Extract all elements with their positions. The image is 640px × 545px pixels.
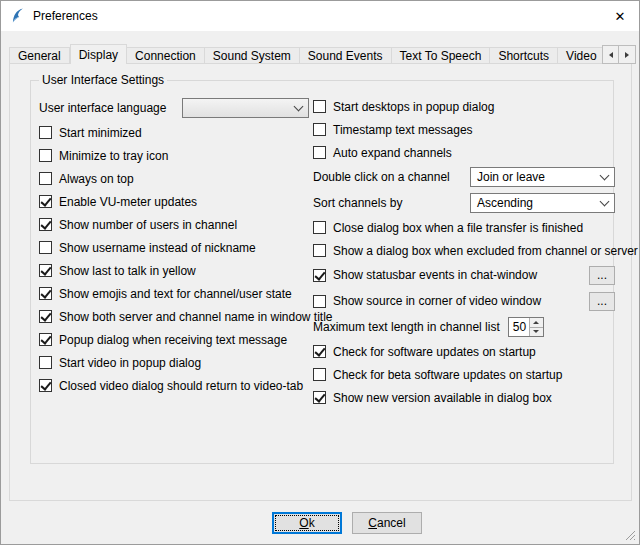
checkbox-excluded-dialog[interactable]: Show a dialog box when excluded from cha… — [313, 239, 615, 262]
checkbox-box[interactable] — [313, 221, 326, 234]
checkbox-label: Show both server and channel name in win… — [59, 310, 333, 324]
checkbox-software-updates[interactable]: Check for software updates on startup — [313, 340, 615, 363]
checkbox-box[interactable] — [313, 100, 326, 113]
checkbox-box[interactable] — [39, 218, 52, 231]
checkbox-beta-updates[interactable]: Check for beta software updates on start… — [313, 363, 615, 386]
tab-general[interactable]: General — [9, 47, 70, 64]
checkbox-box[interactable] — [39, 149, 52, 162]
checkbox-label: Show statusbar events in chat-window — [333, 268, 537, 282]
tab-video[interactable]: Video — [558, 47, 603, 64]
double-click-label: Double click on a channel — [313, 170, 450, 184]
checkbox-timestamp-messages[interactable]: Timestamp text messages — [313, 118, 615, 141]
checkbox-box[interactable] — [39, 126, 52, 139]
language-row: User interface language — [39, 95, 309, 121]
cancel-button-rest: ancel — [377, 516, 406, 530]
titlebar: Preferences ✕ — [1, 1, 639, 31]
tab-connection[interactable]: Connection — [127, 47, 205, 64]
checkbox-statusbar-events[interactable]: Show statusbar events in chat-window — [313, 268, 537, 282]
checkbox-box[interactable] — [39, 287, 52, 300]
statusbar-events-config-button[interactable]: ... — [589, 266, 615, 285]
checkbox-label: Show number of users in channel — [59, 218, 237, 232]
checkbox-box[interactable] — [39, 356, 52, 369]
cancel-button-accel: C — [368, 516, 377, 530]
checkbox-box[interactable] — [313, 146, 326, 159]
tab-scroll-left-button[interactable] — [602, 45, 619, 64]
arrow-up-icon — [533, 318, 539, 324]
checkbox-box[interactable] — [313, 368, 326, 381]
spin-down-button[interactable] — [530, 327, 543, 337]
tab-text-to-speech[interactable]: Text To Speech — [392, 47, 491, 64]
checkbox-box[interactable] — [39, 264, 52, 277]
checkbox-video-popup-dialog[interactable]: Start video in popup dialog — [39, 351, 309, 374]
checkbox-box[interactable] — [39, 333, 52, 346]
checkbox-box[interactable] — [39, 310, 52, 323]
checkbox-vu-meter-updates[interactable]: Enable VU-meter updates — [39, 190, 309, 213]
sort-channels-combobox[interactable]: Ascending — [470, 193, 615, 213]
checkbox-minimize-to-tray[interactable]: Minimize to tray icon — [39, 144, 309, 167]
checkbox-new-version-dialog[interactable]: Show new version available in dialog box — [313, 386, 615, 409]
checkbox-box[interactable] — [39, 379, 52, 392]
tab-sound-system[interactable]: Sound System — [205, 47, 300, 64]
language-combobox[interactable] — [182, 98, 309, 118]
checkbox-close-file-transfer[interactable]: Close dialog box when a file transfer is… — [313, 216, 615, 239]
checkbox-always-on-top[interactable]: Always on top — [39, 167, 309, 190]
checkbox-label: Popup dialog when receiving text message — [59, 333, 287, 347]
checkbox-box[interactable] — [313, 391, 326, 404]
checkbox-video-source-corner[interactable]: Show source in corner of video window — [313, 294, 541, 308]
chevron-down-icon — [600, 171, 610, 181]
tab-page-display: User Interface Settings User interface l… — [9, 63, 632, 501]
checkbox-box[interactable] — [39, 241, 52, 254]
right-column: Start desktops in popup dialog Timestamp… — [313, 95, 615, 409]
checkbox-server-channel-window-title[interactable]: Show both server and channel name in win… — [39, 305, 309, 328]
checkbox-emojis-text-state[interactable]: Show emojis and text for channel/user st… — [39, 282, 309, 305]
max-text-length-label: Maximum text length in channel list — [313, 320, 500, 334]
checkbox-box[interactable] — [313, 345, 326, 358]
checkbox-box[interactable] — [39, 172, 52, 185]
checkbox-label: Show emojis and text for channel/user st… — [59, 287, 292, 301]
checkbox-box[interactable] — [313, 295, 326, 308]
arrow-left-icon — [606, 52, 613, 58]
sort-channels-row: Sort channels by Ascending — [313, 190, 615, 216]
chevron-down-icon — [294, 102, 304, 112]
checkbox-show-user-count[interactable]: Show number of users in channel — [39, 213, 309, 236]
tab-display[interactable]: Display — [70, 44, 127, 64]
sort-channels-value: Ascending — [477, 196, 533, 210]
double-click-combobox[interactable]: Join or leave — [470, 167, 615, 187]
tab-scroll-right-button[interactable] — [619, 45, 636, 64]
checkbox-box[interactable] — [313, 269, 326, 282]
checkbox-username-instead-nickname[interactable]: Show username instead of nickname — [39, 236, 309, 259]
checkbox-start-minimized[interactable]: Start minimized — [39, 121, 309, 144]
resize-grip[interactable] — [624, 529, 637, 542]
tab-shortcuts[interactable]: Shortcuts — [490, 47, 558, 64]
video-source-config-button[interactable]: ... — [589, 292, 615, 311]
arrow-right-icon — [625, 52, 632, 58]
checkbox-label: Show source in corner of video window — [333, 294, 541, 308]
checkbox-label: Show username instead of nickname — [59, 241, 256, 255]
max-text-length-spinbox[interactable]: 50 — [508, 317, 544, 337]
checkbox-desktops-popup[interactable]: Start desktops in popup dialog — [313, 95, 615, 118]
cancel-button[interactable]: Cancel — [352, 512, 422, 534]
checkbox-box[interactable] — [313, 244, 326, 257]
checkbox-closed-video-return-tab[interactable]: Closed video dialog should return to vid… — [39, 374, 309, 397]
checkbox-label: Timestamp text messages — [333, 123, 473, 137]
spin-up-button[interactable] — [530, 318, 543, 327]
window-title: Preferences — [33, 9, 98, 23]
ok-button[interactable]: Ok — [272, 512, 342, 534]
checkbox-label: Show new version available in dialog box — [333, 391, 552, 405]
spinbox-value[interactable]: 50 — [509, 318, 529, 336]
checkbox-label: Auto expand channels — [333, 146, 452, 160]
checkbox-auto-expand-channels[interactable]: Auto expand channels — [313, 141, 615, 164]
checkbox-box[interactable] — [313, 123, 326, 136]
checkbox-last-talk-yellow[interactable]: Show last to talk in yellow — [39, 259, 309, 282]
checkbox-box[interactable] — [39, 195, 52, 208]
checkbox-label: Show a dialog box when excluded from cha… — [333, 244, 638, 258]
checkbox-popup-text-message[interactable]: Popup dialog when receiving text message — [39, 328, 309, 351]
tab-bar: General Display Connection Sound System … — [9, 44, 603, 64]
app-icon — [10, 8, 26, 24]
tab-sound-events[interactable]: Sound Events — [300, 47, 392, 64]
close-icon[interactable]: ✕ — [601, 1, 639, 31]
checkbox-label: Minimize to tray icon — [59, 149, 168, 163]
double-click-value: Join or leave — [477, 170, 545, 184]
preferences-dialog: Preferences ✕ General Display Connection… — [0, 0, 640, 545]
chevron-down-icon — [600, 197, 610, 207]
